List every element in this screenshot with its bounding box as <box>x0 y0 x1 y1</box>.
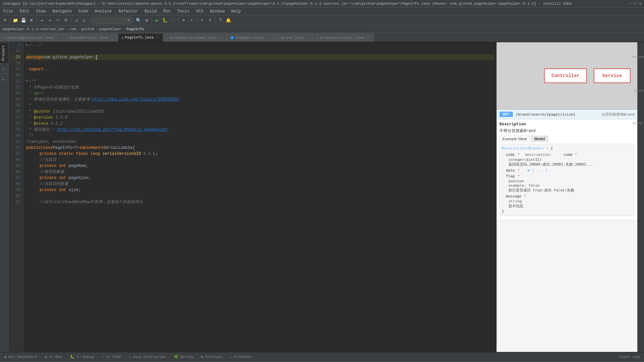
bot-tab-run[interactable]: ▶ 4: Run <box>42 352 65 361</box>
fold-icon-1[interactable]: ▶ <box>26 42 28 48</box>
toolbar-notifications-btn[interactable]: 🔔 <box>225 17 232 24</box>
ln-24: 24 <box>10 48 22 54</box>
rs-tab-antbuild[interactable]: Ant Build <box>631 121 644 126</box>
toolbar-open-btn[interactable]: 📁 <box>12 17 19 24</box>
ln-1: 1 <box>10 42 22 48</box>
toolbar-find-btn[interactable]: 🔍 <box>135 17 142 24</box>
toolbar-redo-btn[interactable]: ↪ <box>46 17 54 24</box>
code-line-36: * @author liuzh/abel533/isea533 <box>26 109 494 115</box>
structure-tab[interactable]: 1: <box>0 63 8 73</box>
breadcrumb-pageinfo[interactable]: PageInfo <box>126 27 144 31</box>
bot-tab-javaenterprise[interactable]: ☕ Java Enterprise <box>125 352 169 361</box>
bot-tab-todo[interactable]: ✓ 6: TODO <box>99 352 124 361</box>
model-btn[interactable]: Model <box>531 136 548 142</box>
desc-panel-title: Description <box>499 122 635 127</box>
event-log-btn[interactable]: Event Log <box>616 354 643 360</box>
menu-analyze[interactable]: Analyze <box>92 7 115 15</box>
toolbar-search-box[interactable]: GoodsApplication ▾ <box>91 17 132 24</box>
fold-icon-31[interactable]: ▼ <box>26 78 28 84</box>
bot-tab-debug[interactable]: 🐛 5: Debug <box>67 352 97 361</box>
sep6 <box>152 18 152 23</box>
menu-help[interactable]: Help <box>228 7 244 15</box>
bot-tab-spring[interactable]: 🌿 Spring <box>170 352 197 361</box>
tab-goodsapplication[interactable]: ☕ GoodsApplication.java × <box>0 33 63 42</box>
toolbar-cut-btn[interactable]: ✂ <box>54 17 62 24</box>
run-icon: ▶ 4: <box>45 355 54 359</box>
tab-close-brandcontroller[interactable]: × <box>366 36 370 40</box>
example-value-btn[interactable]: Example Value <box>499 136 530 142</box>
method-badge-get: GET <box>499 112 513 117</box>
toolbar-settings-btn[interactable]: ⚙ <box>143 17 150 24</box>
tab-close-example[interactable]: × <box>266 36 270 40</box>
tab-icon-brand: ☕ <box>278 36 280 40</box>
menu-file[interactable]: File <box>0 7 16 15</box>
toolbar-debug-btn[interactable]: 🐛 <box>161 17 169 24</box>
ln-42: 42 <box>10 145 22 151</box>
tab-brandcontroller[interactable]: ☕ BrandController.java × <box>313 33 374 42</box>
line-numbers: 1 24 25 26 27 30 31 32 33 34 35 36 37 38… <box>8 42 23 352</box>
tab-pageinfo[interactable]: ☕ PageInfo.java × <box>118 33 163 42</box>
toolbar-vcs-update-btn[interactable]: ⬇ <box>206 17 214 24</box>
tab-brandserviceimpl[interactable]: ☕ BrandServiceImpl.java × <box>163 33 227 42</box>
menu-build[interactable]: Build <box>141 7 160 15</box>
rs-tab-validation[interactable]: Validation <box>630 54 644 59</box>
tab-example[interactable]: 🔷 Example.class × <box>226 33 274 42</box>
toolbar-save-all-btn[interactable]: ⊞ <box>28 17 35 24</box>
tab-close-goodsapplication[interactable]: × <box>55 36 60 40</box>
toolbar-copy-btn[interactable]: ⎘ <box>62 17 70 24</box>
toolbar-help-btn[interactable]: ? <box>217 17 224 24</box>
data-expand-icon[interactable]: ▶ [ ... ] <box>528 168 548 173</box>
bot-tab-rundashboard[interactable]: ▶ Run Dashboard <box>1 352 40 361</box>
breadcrumb-com[interactable]: com <box>69 27 76 31</box>
toolbar-coverage-btn[interactable]: ☂ <box>180 17 187 24</box>
toolbar-save-btn[interactable]: 💾 <box>20 17 27 24</box>
toolbar-stop-btn[interactable]: ⬛ <box>169 17 177 24</box>
menu-window[interactable]: Window <box>207 7 228 15</box>
maximize-btn[interactable]: □ <box>634 1 637 6</box>
menu-view[interactable]: View <box>33 7 49 15</box>
breadcrumb-jar[interactable]: pagehelper-5.1.2-sources.jar <box>3 27 65 31</box>
tab-brandservice[interactable]: ☕ BrandService.java × <box>63 33 118 42</box>
bot-tab-terminal[interactable]: ▶ Terminal <box>198 352 226 361</box>
tab-close-brandservice[interactable]: × <box>109 36 114 40</box>
swagger-service-box[interactable]: Service <box>594 68 631 83</box>
project-tab[interactable]: Project <box>0 42 8 63</box>
menu-navigate[interactable]: Navigate <box>49 7 75 15</box>
rs-tab-zlocale[interactable]: Z Locale <box>632 88 644 93</box>
toolbar-profile-btn[interactable]: ⚡ <box>188 17 195 24</box>
menu-tools[interactable]: Tools <box>174 7 193 15</box>
favorites-tab[interactable]: 2: <box>0 73 8 83</box>
menu-edit[interactable]: Edit <box>16 7 33 15</box>
tab-close-pageinfo[interactable]: × <box>155 35 160 40</box>
code-line-24 <box>26 48 494 54</box>
toolbar-undo-btn[interactable]: ↩ <box>38 17 46 24</box>
breadcrumb-github[interactable]: github <box>81 27 95 31</box>
bot-tab-problems[interactable]: ⚠ Problems <box>227 352 255 361</box>
menu-refactor[interactable]: Refactor <box>115 7 141 15</box>
toolbar-forward-btn[interactable]: ▷ <box>81 17 88 24</box>
close-btn[interactable]: ✕ <box>639 1 641 6</box>
menu-run[interactable]: Run <box>160 7 174 15</box>
breadcrumb-pagehelper[interactable]: pagehelper <box>99 27 121 31</box>
tab-bar: ☕ GoodsApplication.java × ☕ BrandService… <box>0 33 644 42</box>
toolbar-run-btn[interactable]: ▶ <box>153 17 161 24</box>
menu-code[interactable]: Code <box>75 7 92 15</box>
toolbar-vcs-btn[interactable]: ⬆ <box>198 17 206 24</box>
sep5 <box>133 18 133 23</box>
toolbar-menu-btn[interactable]: ≡ <box>1 17 9 24</box>
fold-icon-27[interactable]: + <box>26 66 28 72</box>
minimize-btn[interactable]: ─ <box>629 1 632 6</box>
swagger-controller-box[interactable]: Controller <box>544 68 587 83</box>
menu-vcs[interactable]: VCS <box>193 7 207 15</box>
model-panel: Result«List«Brand»» ▾ { code * descripti… <box>499 144 635 216</box>
code-content[interactable]: ▶ /.../ package com.github.pagehelper; +… <box>23 42 496 352</box>
tab-close-brand[interactable]: × <box>305 36 309 40</box>
search-input[interactable]: GoodsApplication <box>94 18 127 22</box>
api-row-get-brand[interactable]: GET /brand/search/{page}/{size} 分页列表查询Br… <box>497 110 637 119</box>
ln-44: 44 <box>10 157 22 163</box>
ln-32: 32 <box>10 84 22 90</box>
tab-close-brandserviceimpl[interactable]: × <box>218 36 223 40</box>
tab-brand[interactable]: ☕ Brand.java × <box>274 33 313 42</box>
model-expand-icon[interactable]: Result«List«Brand»» ▾ <box>502 146 548 150</box>
toolbar-back-btn[interactable]: ◁ <box>73 17 80 24</box>
